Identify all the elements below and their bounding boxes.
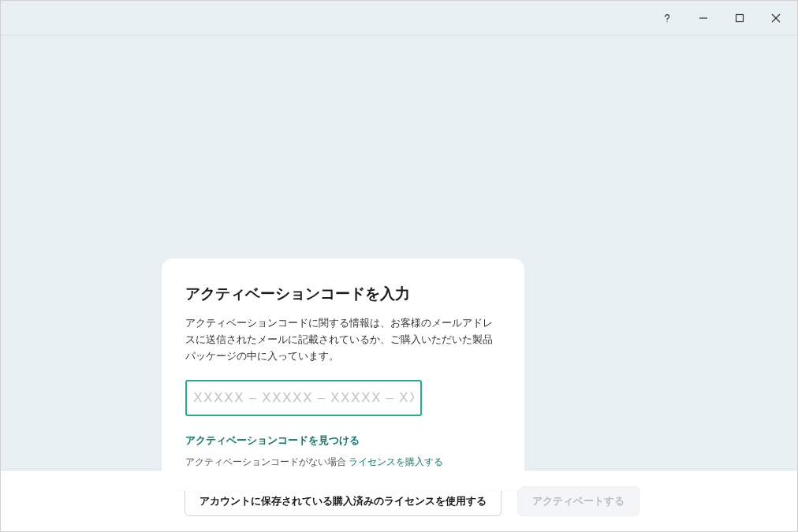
card-description: アクティベーションコードに関する情報は、お客様のメールアドレスに送信されたメール… [185, 315, 501, 364]
help-icon [661, 12, 673, 24]
content-area: アクティベーションコードを入力 アクティベーションコードに関する情報は、お客様の… [1, 35, 797, 470]
activation-code-input[interactable] [185, 380, 422, 416]
svg-rect-2 [736, 14, 744, 21]
titlebar [1, 1, 797, 35]
buy-license-link[interactable]: ライセンスを購入する [349, 456, 443, 467]
maximize-button[interactable] [722, 1, 758, 35]
activate-button[interactable]: アクティベートする [517, 486, 640, 516]
svg-point-0 [666, 20, 667, 21]
activation-card: アクティベーションコードを入力 アクティベーションコードに関する情報は、お客様の… [162, 259, 524, 491]
minimize-icon [699, 13, 708, 23]
maximize-icon [735, 13, 744, 23]
minimize-button[interactable] [685, 1, 722, 35]
close-icon [771, 13, 781, 23]
find-code-link[interactable]: アクティベーションコードを見つける [185, 433, 501, 448]
no-code-text: アクティベーションコードがない場合 ライセンスを購入する [185, 456, 501, 469]
app-window: アクティベーションコードを入力 アクティベーションコードに関する情報は、お客様の… [0, 0, 798, 532]
help-button[interactable] [649, 1, 685, 35]
no-code-prefix: アクティベーションコードがない場合 [185, 456, 349, 467]
card-title: アクティベーションコードを入力 [185, 284, 501, 304]
close-button[interactable] [758, 1, 794, 35]
